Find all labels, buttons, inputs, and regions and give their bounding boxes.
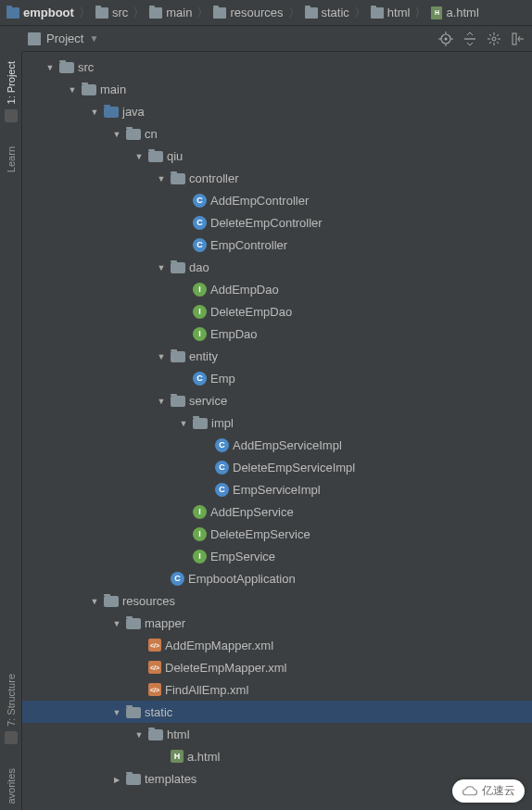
watermark: 亿速云 bbox=[452, 779, 525, 803]
expand-arrow-icon[interactable] bbox=[89, 596, 100, 606]
java-class-icon: C bbox=[215, 438, 229, 452]
tree-node[interactable]: </>AddEmpMapper.xml bbox=[22, 634, 532, 656]
expand-arrow-icon[interactable] bbox=[89, 107, 100, 117]
tree-node[interactable]: dao bbox=[22, 256, 532, 278]
tree-node[interactable]: IDeleteEmpDao bbox=[22, 300, 532, 323]
tree-node[interactable]: Ha.html bbox=[22, 745, 532, 767]
expand-arrow-icon[interactable] bbox=[178, 418, 189, 428]
expand-arrow-icon[interactable] bbox=[156, 262, 167, 272]
folder-icon bbox=[213, 7, 226, 19]
structure-tab[interactable]: 7: Structure bbox=[6, 668, 17, 732]
tree-node[interactable]: impl bbox=[22, 411, 532, 434]
learn-tab[interactable]: Learn bbox=[6, 141, 17, 178]
expand-arrow-icon[interactable] bbox=[156, 173, 167, 184]
tree-node[interactable]: java bbox=[22, 100, 532, 122]
expand-arrow-icon[interactable] bbox=[156, 396, 167, 406]
tree-node[interactable]: controller bbox=[22, 167, 532, 189]
java-interface-icon: I bbox=[193, 550, 207, 563]
tree-node[interactable]: CEmpController bbox=[22, 234, 532, 256]
tree-node[interactable]: cn bbox=[22, 122, 532, 145]
tree-node[interactable]: </>DeleteEmpMapper.xml bbox=[22, 656, 532, 678]
tree-node[interactable]: IAddEnpService bbox=[22, 500, 532, 523]
tree-node[interactable]: src bbox=[22, 56, 532, 78]
tree-node-label: templates bbox=[145, 772, 196, 786]
expand-arrow-icon[interactable] bbox=[111, 129, 122, 139]
tree-node-label: resources bbox=[122, 594, 175, 608]
expand-arrow-icon[interactable] bbox=[67, 84, 78, 95]
project-tab[interactable]: 1: Project bbox=[6, 56, 17, 109]
breadcrumb-item[interactable]: empboot bbox=[4, 6, 77, 19]
expand-arrow-icon[interactable] bbox=[133, 151, 145, 161]
tree-node[interactable]: IDeleteEmpService bbox=[22, 523, 532, 545]
project-tree[interactable]: srcmainjavacnqiucontrollerCAddEmpControl… bbox=[22, 52, 532, 810]
breadcrumb-item[interactable]: main bbox=[146, 6, 195, 19]
gutter-icon-2[interactable] bbox=[5, 731, 18, 744]
tree-node[interactable]: qiu bbox=[22, 145, 532, 167]
tree-node[interactable]: CAddEmpController bbox=[22, 189, 532, 211]
tree-node-label: DeleteEmpServiceImpl bbox=[233, 461, 355, 475]
expand-arrow-icon[interactable] bbox=[111, 707, 122, 717]
tree-node[interactable]: CAddEmpServiceImpl bbox=[22, 434, 532, 456]
tree-node-label: DeleteEmpController bbox=[210, 216, 323, 230]
expand-arrow-icon[interactable] bbox=[111, 774, 122, 784]
folder-icon bbox=[95, 7, 108, 19]
gutter-icon[interactable] bbox=[5, 109, 18, 122]
tree-node[interactable]: CEmpbootApplication bbox=[22, 567, 532, 589]
tree-node-label: dao bbox=[189, 260, 209, 274]
breadcrumb: empboot〉src〉main〉resources〉static〉html〉H… bbox=[0, 0, 532, 26]
folder-icon bbox=[126, 707, 141, 718]
breadcrumb-item[interactable]: src bbox=[93, 6, 131, 19]
folder-icon bbox=[126, 774, 141, 785]
tree-node[interactable]: CEmpServiceImpl bbox=[22, 478, 532, 500]
tree-node[interactable]: IEmpService bbox=[22, 545, 532, 567]
chevron-right-icon: 〉 bbox=[131, 5, 146, 21]
breadcrumb-item[interactable]: resources bbox=[210, 6, 285, 19]
tree-node[interactable]: html bbox=[22, 723, 532, 745]
expand-icon[interactable] bbox=[462, 31, 478, 47]
java-interface-icon: I bbox=[193, 305, 207, 319]
expand-arrow-icon[interactable] bbox=[133, 729, 145, 740]
tree-node[interactable]: IEmpDao bbox=[22, 323, 532, 345]
expand-arrow-icon[interactable] bbox=[111, 618, 122, 628]
folder-icon bbox=[82, 84, 96, 95]
hide-icon[interactable] bbox=[510, 31, 526, 47]
gear-icon[interactable] bbox=[486, 31, 502, 47]
tree-node[interactable]: CDeleteEmpController bbox=[22, 211, 532, 234]
breadcrumb-item[interactable]: html bbox=[368, 6, 413, 19]
tree-node[interactable]: CDeleteEmpServiceImpl bbox=[22, 456, 532, 478]
tree-node-label: AddEmpDao bbox=[210, 283, 279, 297]
favorites-tab[interactable]: avorites bbox=[6, 763, 17, 810]
tree-node-label: impl bbox=[211, 416, 234, 430]
project-title[interactable]: Project bbox=[46, 32, 83, 45]
tree-node[interactable]: CEmp bbox=[22, 367, 532, 389]
expand-arrow-icon[interactable] bbox=[156, 351, 167, 361]
folder-icon bbox=[6, 7, 19, 19]
tree-node[interactable]: entity bbox=[22, 345, 532, 367]
tree-node-label: service bbox=[189, 394, 227, 408]
folder-icon bbox=[148, 729, 163, 740]
tree-node[interactable]: service bbox=[22, 389, 532, 411]
project-toolbar: Project ▼ bbox=[22, 26, 532, 52]
tree-node-label: controller bbox=[189, 171, 238, 185]
chevron-right-icon: 〉 bbox=[77, 5, 93, 21]
dropdown-icon[interactable]: ▼ bbox=[89, 33, 98, 44]
tree-node[interactable]: </>FindAllEmp.xml bbox=[22, 678, 532, 701]
svg-point-7 bbox=[492, 37, 496, 41]
breadcrumb-label: src bbox=[112, 6, 128, 19]
java-class-icon: C bbox=[215, 461, 229, 475]
tree-node-label: DeleteEmpService bbox=[210, 527, 310, 541]
tree-node[interactable]: IAddEmpDao bbox=[22, 278, 532, 300]
tree-node-label: a.html bbox=[187, 750, 220, 764]
locate-icon[interactable] bbox=[437, 31, 454, 47]
tree-node[interactable]: resources bbox=[22, 589, 532, 612]
tree-node-label: html bbox=[167, 728, 190, 741]
tree-node-label: AddEnpService bbox=[210, 505, 294, 519]
tree-node[interactable]: mapper bbox=[22, 612, 532, 634]
tree-node[interactable]: main bbox=[22, 78, 532, 100]
tree-node[interactable]: static bbox=[22, 701, 532, 723]
breadcrumb-item[interactable]: Ha.html bbox=[428, 6, 481, 19]
folder-icon bbox=[305, 7, 318, 19]
breadcrumb-item[interactable]: static bbox=[302, 6, 352, 19]
expand-arrow-icon[interactable] bbox=[44, 62, 56, 72]
breadcrumb-label: a.html bbox=[446, 6, 478, 19]
